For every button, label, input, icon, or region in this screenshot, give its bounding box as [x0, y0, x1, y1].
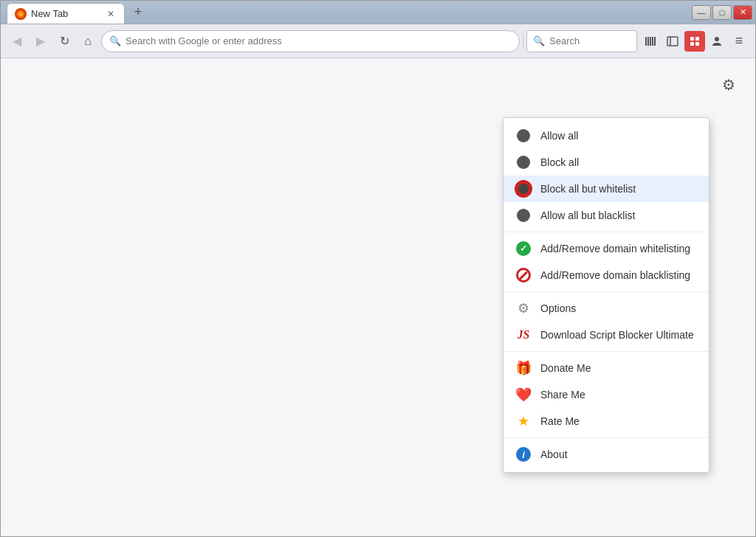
block-whitelist-icon: [515, 181, 532, 197]
menu-item-add-blacklist-label: Add/Remove domain blacklisting: [540, 269, 690, 281]
menu-item-rate-label: Rate Me: [540, 415, 580, 427]
search-input[interactable]: [549, 35, 630, 46]
svg-rect-2: [650, 37, 651, 46]
rate-icon: ★: [515, 413, 532, 429]
sidebar-button[interactable]: [662, 31, 683, 52]
menu-item-allow-all[interactable]: Allow all: [504, 122, 709, 149]
menu-item-rate[interactable]: ★ Rate Me: [504, 408, 709, 434]
separator-4: [504, 437, 709, 438]
svg-point-11: [715, 37, 719, 41]
options-icon: ⚙: [515, 300, 532, 316]
menu-item-about-label: About: [540, 448, 568, 460]
new-tab-button[interactable]: +: [128, 2, 148, 23]
menu-item-block-whitelist-label: Block all but whitelist: [540, 183, 636, 195]
address-input[interactable]: [126, 35, 512, 46]
menu-item-options-label: Options: [540, 302, 576, 314]
window-controls: — □ ✕: [692, 1, 755, 24]
forward-button[interactable]: ▶: [30, 31, 51, 52]
back-button[interactable]: ◀: [7, 31, 27, 52]
separator-1: [504, 232, 709, 232]
menu-item-block-all-label: Block all: [540, 156, 579, 168]
add-whitelist-icon: ✓: [515, 240, 532, 257]
svg-rect-9: [690, 42, 694, 46]
tab-label: New Tab: [31, 8, 68, 19]
menu-item-options[interactable]: ⚙ Options: [504, 295, 709, 322]
download-icon: JS: [515, 327, 532, 343]
close-button[interactable]: ✕: [733, 5, 752, 20]
menu-item-download[interactable]: JS Download Script Blocker Ultimate: [504, 322, 709, 348]
svg-rect-8: [695, 37, 699, 41]
menu-item-allow-blacklist-label: Allow all but blacklist: [540, 209, 635, 221]
menu-item-add-whitelist-label: Add/Remove domain whitelisting: [540, 243, 690, 254]
menu-item-add-blacklist[interactable]: Add/Remove domain blacklisting: [504, 262, 709, 288]
dropdown-menu: Allow all Block all Block all but whitel…: [503, 117, 709, 473]
donate-icon: 🎁: [515, 360, 532, 376]
home-button[interactable]: ⌂: [78, 31, 98, 52]
svg-rect-4: [654, 37, 656, 46]
maximize-button[interactable]: □: [712, 5, 732, 20]
menu-item-allow-blacklist[interactable]: Allow all but blacklist: [504, 202, 709, 229]
about-icon: i: [515, 446, 532, 462]
allow-blacklist-icon: [515, 207, 532, 224]
menu-item-donate-label: Donate Me: [540, 362, 591, 374]
menu-item-donate[interactable]: 🎁 Donate Me: [504, 355, 709, 381]
profile-button[interactable]: [707, 31, 727, 52]
library-button[interactable]: [640, 31, 661, 52]
menu-item-add-whitelist[interactable]: ✓ Add/Remove domain whitelisting: [504, 235, 709, 262]
svg-rect-7: [690, 37, 694, 41]
svg-rect-1: [647, 37, 649, 46]
svg-rect-5: [667, 37, 678, 46]
menu-item-allow-all-label: Allow all: [540, 130, 578, 142]
minimize-button[interactable]: —: [692, 5, 711, 20]
block-all-icon: [515, 154, 532, 170]
menu-item-share-label: Share Me: [540, 389, 585, 401]
active-tab[interactable]: New Tab ✕: [7, 3, 125, 24]
browser-window: New Tab ✕ + — □ ✕ ◀ ▶ ↻ ⌂ 🔍 🔍: [0, 0, 756, 537]
share-icon: ❤️: [515, 387, 532, 403]
toolbar-icons: ≡: [640, 31, 749, 52]
separator-2: [504, 291, 709, 292]
tab-favicon: [15, 8, 27, 20]
titlebar: New Tab ✕ + — □ ✕: [1, 1, 755, 24]
page-content: ⚙ Allow all Block all: [1, 58, 755, 536]
navbar-divider: [523, 34, 523, 49]
tabs-area: New Tab ✕ +: [1, 1, 692, 24]
search-icon: 🔍: [533, 35, 545, 46]
add-blacklist-icon: [515, 267, 532, 283]
menu-item-block-all[interactable]: Block all: [504, 149, 709, 176]
svg-rect-3: [652, 37, 653, 46]
svg-rect-0: [645, 37, 647, 46]
allow-all-icon: [515, 128, 532, 144]
extension-button[interactable]: [684, 31, 705, 52]
svg-rect-10: [695, 42, 699, 46]
menu-button[interactable]: ≡: [729, 31, 749, 52]
menu-item-about[interactable]: i About: [504, 441, 709, 468]
menu-item-download-label: Download Script Blocker Ultimate: [540, 329, 694, 341]
tab-close-button[interactable]: ✕: [105, 8, 117, 20]
menu-item-block-whitelist[interactable]: Block all but whitelist: [504, 176, 709, 202]
reload-button[interactable]: ↻: [54, 31, 75, 52]
navbar: ◀ ▶ ↻ ⌂ 🔍 🔍: [1, 24, 755, 58]
menu-item-share[interactable]: ❤️ Share Me: [504, 381, 709, 408]
gear-float-button[interactable]: ⚙: [717, 73, 740, 97]
search-box[interactable]: 🔍: [526, 30, 637, 52]
address-bar[interactable]: 🔍: [101, 30, 520, 52]
address-search-icon: 🔍: [109, 35, 121, 46]
separator-3: [504, 351, 709, 352]
